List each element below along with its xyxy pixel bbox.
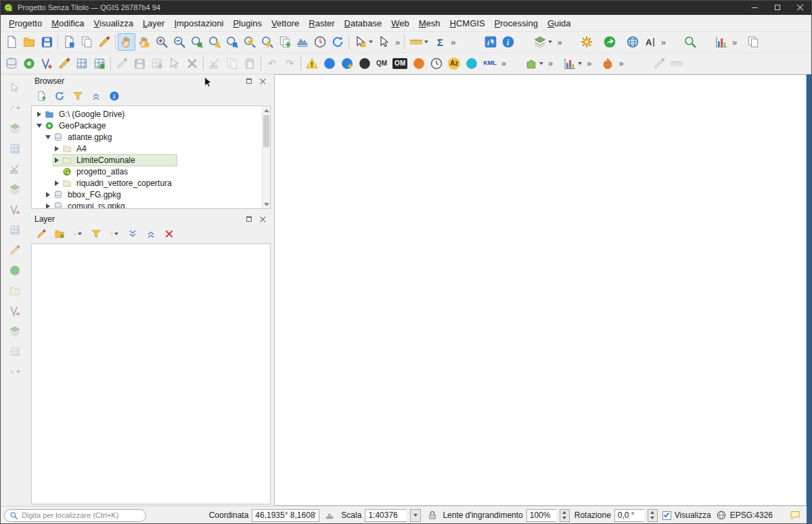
menu-database[interactable]: Database [340, 16, 387, 30]
quickmapservices-button[interactable] [601, 33, 618, 51]
toolbar-overflow-button[interactable]: » [730, 37, 739, 47]
magnifier-input[interactable] [526, 509, 556, 522]
merge-features-button[interactable] [7, 181, 23, 197]
osm-place-search-button[interactable] [356, 55, 374, 72]
lat-lon-tools-button[interactable] [463, 55, 480, 72]
delete-ring-button[interactable] [7, 303, 23, 319]
add-feature-button[interactable] [148, 55, 166, 72]
browser-scrollbar[interactable] [262, 106, 270, 208]
pan-to-selection-button[interactable] [135, 33, 153, 51]
scrollbar-thumb[interactable] [263, 115, 269, 147]
web-globe-button[interactable] [624, 33, 641, 51]
menu-raster[interactable]: Raster [304, 16, 339, 30]
menu-layer[interactable]: Layer [138, 16, 170, 30]
menu-web[interactable]: Web [386, 16, 414, 30]
layers-close-button[interactable] [258, 214, 267, 224]
scale-lock-button[interactable] [426, 508, 439, 522]
zoom-to-selection-button[interactable] [206, 33, 223, 51]
more-digitizing-button[interactable] [7, 364, 23, 380]
remove-layer-button[interactable] [162, 227, 176, 241]
locator-search[interactable] [4, 509, 146, 522]
measure-annotation-button[interactable] [668, 55, 685, 72]
tree-item-limitecomunale[interactable]: LimiteComunale [32, 154, 270, 166]
new-shapefile-layer-button[interactable] [38, 55, 55, 72]
processing-tool-2-button[interactable] [338, 55, 356, 72]
layers-float-button[interactable] [244, 214, 254, 224]
reshape-features-button[interactable] [7, 201, 23, 218]
slyr-flame-button[interactable] [599, 55, 616, 72]
annotation-pencil-button[interactable] [650, 55, 668, 72]
new-3d-map-view-button[interactable] [294, 33, 311, 51]
expander-icon[interactable] [53, 158, 60, 163]
zoom-next-button[interactable] [258, 33, 276, 51]
map-canvas[interactable] [274, 74, 807, 506]
expander-icon[interactable] [45, 135, 51, 139]
spin-down-icon[interactable] [560, 515, 569, 521]
toolbar-overflow-button[interactable]: » [449, 37, 457, 47]
filter-browser-button[interactable] [71, 89, 85, 103]
temporal-controller-button[interactable] [311, 33, 329, 51]
new-map-view-button[interactable] [276, 33, 294, 51]
paste-features-button[interactable] [241, 55, 258, 72]
refresh-map-button[interactable] [329, 33, 346, 51]
save-layer-edits-button[interactable] [131, 55, 148, 72]
qtiles-button[interactable] [410, 55, 428, 72]
expand-all-button[interactable] [126, 227, 139, 241]
toolbar-overflow-button[interactable]: » [546, 58, 555, 68]
coordinate-capture-button[interactable] [744, 33, 762, 51]
pan-map-button[interactable] [118, 33, 135, 51]
text-annotation-button[interactable]: A [641, 33, 659, 51]
rotation-input[interactable] [614, 509, 644, 522]
toolbar-overflow-button[interactable]: » [616, 58, 625, 68]
filter-legend-button[interactable] [89, 227, 103, 241]
new-mesh-layer-button[interactable] [91, 55, 108, 72]
browser-close-button[interactable] [258, 76, 267, 86]
fill-ring-button[interactable] [7, 283, 23, 299]
tree-item-comuni-rs-gpkg[interactable]: comuni_rs.gpkg [32, 200, 270, 209]
data-source-manager-button[interactable] [3, 55, 20, 72]
tree-item-bbox-fg-gpkg[interactable]: bbox_FG.gpkg [32, 189, 270, 200]
osm-search-button[interactable] [681, 33, 699, 51]
copy-features-button[interactable] [223, 55, 241, 72]
expander-icon[interactable] [45, 204, 51, 209]
maximize-button[interactable] [766, 0, 789, 15]
select-tool-button[interactable] [7, 80, 23, 96]
quickmapservices-qm-button[interactable]: QM [374, 55, 390, 72]
browser-float-button[interactable] [244, 76, 254, 86]
render-checkbox[interactable] [662, 511, 671, 520]
expander-icon[interactable] [53, 146, 60, 151]
zoom-in-button[interactable] [153, 33, 171, 51]
style-manager-button[interactable] [95, 33, 113, 51]
delete-selected-button[interactable] [183, 55, 201, 72]
menu-visualizza[interactable]: Visualizza [89, 16, 138, 30]
new-geopackage-layer-button[interactable] [20, 55, 38, 72]
minimize-button[interactable] [743, 0, 766, 15]
map-themes-button[interactable] [531, 33, 555, 51]
spin-down-icon[interactable] [648, 515, 657, 521]
tree-item-a4[interactable]: A4 [32, 143, 270, 154]
tree-item-gdrive[interactable]: G:\ (Google Drive) [32, 108, 270, 120]
split-features-button[interactable] [7, 161, 23, 177]
filter-by-expression-button[interactable] [108, 227, 121, 241]
undo-button[interactable]: ↶ [263, 55, 281, 72]
menu-modifica[interactable]: Modifica [47, 16, 89, 30]
rotation-spinner[interactable] [648, 509, 658, 522]
menu-vettore[interactable]: Vettore [267, 16, 304, 30]
menu-impostazioni[interactable]: Impostazioni [169, 16, 228, 30]
select-features-button[interactable] [351, 33, 376, 51]
menu-plugins[interactable]: Plugins [228, 16, 267, 30]
extent-toggle-button[interactable] [323, 508, 336, 522]
crs-status-button[interactable]: EPSG:4326 [716, 510, 773, 521]
expander-icon[interactable] [36, 112, 42, 117]
grass-tools-button[interactable] [578, 33, 595, 51]
kml-tools-button[interactable]: KML [480, 55, 499, 72]
profile-chart-button[interactable] [713, 33, 730, 51]
cut-features-button[interactable] [206, 55, 223, 72]
magnifier-spinner[interactable] [560, 509, 570, 522]
new-print-layout-button[interactable] [60, 33, 78, 51]
select-by-form-button[interactable] [376, 33, 393, 51]
digitize-tool-button[interactable] [7, 100, 23, 116]
new-virtual-layer-button[interactable] [73, 55, 91, 72]
coordinate-input[interactable] [252, 509, 319, 522]
menu-progetto[interactable]: Progetto [4, 16, 47, 30]
